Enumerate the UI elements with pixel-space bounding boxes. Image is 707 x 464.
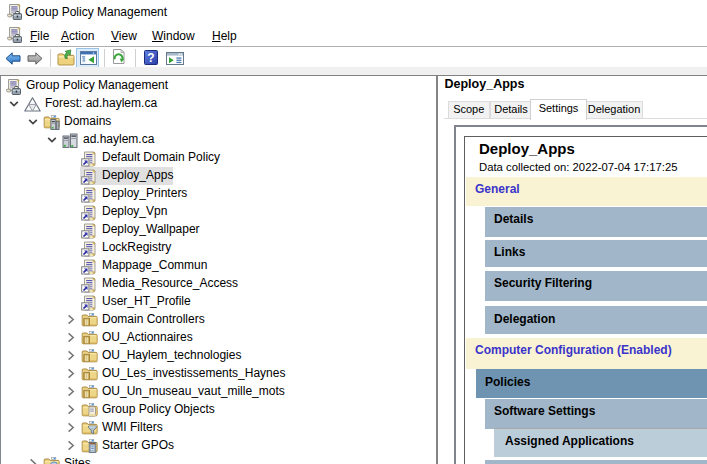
svg-text:?: ?: [147, 51, 154, 65]
